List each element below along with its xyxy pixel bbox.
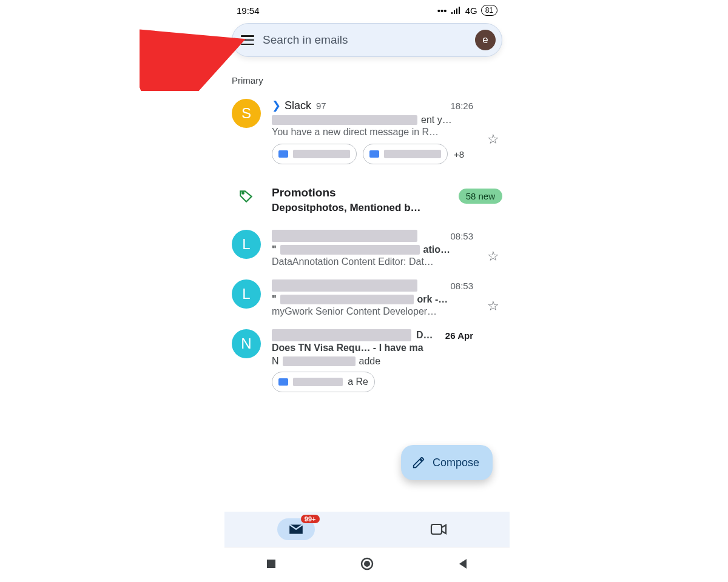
status-time: 19:54: [237, 5, 260, 16]
email-preview: You have a new direct message in R…: [272, 127, 439, 138]
svg-line-5: [152, 42, 237, 76]
sender-avatar[interactable]: L: [232, 230, 261, 259]
mail-tab[interactable]: 99+: [224, 512, 367, 547]
svg-rect-1: [431, 524, 442, 534]
chip-fragment: a Re: [348, 376, 368, 387]
network-label: 4G: [465, 5, 477, 16]
inbox-section-label: Primary: [224, 62, 510, 94]
redacted-text: [272, 115, 417, 125]
status-right: 4G 81: [437, 5, 497, 16]
status-dots-icon: [437, 5, 447, 16]
signal-icon: [451, 6, 462, 15]
star-icon[interactable]: ☆: [487, 298, 499, 314]
file-icon: [278, 378, 288, 386]
recent-apps-button[interactable]: [266, 559, 276, 571]
slack-badge-icon: ❯: [272, 99, 281, 112]
redacted-text: [384, 150, 441, 158]
email-row[interactable]: L 08:53 " atio… DataAnnotation Content E…: [224, 225, 510, 275]
sender-avatar[interactable]: L: [232, 279, 261, 309]
redacted-text: [293, 150, 350, 158]
compose-button[interactable]: Compose: [401, 445, 493, 480]
file-icon: [278, 150, 288, 158]
search-bar[interactable]: Search in emails e: [232, 23, 502, 57]
email-subject: Does TN Visa Requ… - I have ma: [272, 343, 423, 353]
attachment-chip[interactable]: [363, 144, 448, 164]
email-preview: DataAnnotation Content Editor: Dat…: [272, 256, 434, 267]
email-row[interactable]: N D… 26 Apr Does TN Visa Requ… - I have …: [224, 324, 510, 395]
redacted-text: [280, 295, 414, 304]
attachment-chip[interactable]: a Re: [272, 372, 375, 392]
search-placeholder[interactable]: Search in emails: [263, 33, 467, 47]
subject-fragment: ent y…: [421, 115, 452, 125]
android-nav-bar: [224, 547, 510, 582]
home-button[interactable]: [360, 557, 374, 573]
menu-icon[interactable]: [241, 35, 254, 45]
battery-indicator: 81: [481, 5, 497, 16]
email-preview: myGwork Senior Content Developer…: [272, 306, 437, 317]
phone-frame: 19:54 4G 81 Search in emails e Primary S…: [224, 0, 510, 582]
tag-icon: [232, 186, 261, 204]
promotions-subtitle: Depositphotos, Mentioned b…: [272, 202, 436, 214]
back-button[interactable]: [458, 558, 468, 572]
email-row[interactable]: L 08:53 " ork -… myGwork Senior Content …: [224, 275, 510, 324]
star-icon[interactable]: ☆: [487, 249, 499, 264]
mail-icon: [288, 523, 304, 535]
sender-avatar[interactable]: S: [232, 99, 261, 128]
status-bar: 19:54 4G 81: [224, 0, 510, 18]
video-icon: [430, 523, 447, 536]
account-avatar[interactable]: e: [475, 30, 496, 50]
sender-fragment: D…: [416, 330, 433, 341]
redacted-text: [272, 230, 417, 242]
promotions-title: Promotions: [272, 186, 448, 199]
email-time: 08:53: [450, 281, 473, 291]
thread-count: 97: [316, 101, 326, 111]
svg-point-4: [364, 561, 370, 567]
star-icon[interactable]: ☆: [487, 132, 499, 147]
svg-point-0: [242, 192, 244, 194]
email-time: 18:26: [450, 101, 473, 111]
bottom-tab-bar: 99+: [224, 512, 510, 547]
preview-fragment: adde: [359, 356, 381, 367]
new-count-badge: 58 new: [459, 189, 502, 204]
compose-label: Compose: [433, 457, 479, 469]
svg-rect-2: [267, 560, 275, 568]
subject-fragment: ork -…: [417, 294, 448, 305]
redacted-text: [280, 245, 420, 255]
unread-badge: 99+: [301, 515, 320, 523]
redacted-text: [293, 378, 343, 386]
more-attachments[interactable]: +8: [454, 149, 464, 159]
subject-fragment: atio…: [423, 244, 450, 255]
file-icon: [369, 150, 379, 158]
meet-tab[interactable]: [367, 512, 510, 547]
sender-name: Slack: [285, 99, 311, 112]
email-time: 26 Apr: [445, 330, 473, 341]
email-row[interactable]: S ❯ Slack 97 18:26 ent y… You have a new…: [224, 94, 510, 172]
redacted-text: [272, 279, 417, 292]
promotions-row[interactable]: Promotions Depositphotos, Mentioned b… 5…: [224, 172, 510, 225]
sender-avatar[interactable]: N: [232, 329, 261, 358]
redacted-text: [283, 356, 356, 366]
pencil-icon: [412, 456, 425, 469]
email-time: 08:53: [450, 231, 473, 241]
redacted-text: [272, 329, 411, 341]
attachment-chip[interactable]: [272, 144, 357, 164]
